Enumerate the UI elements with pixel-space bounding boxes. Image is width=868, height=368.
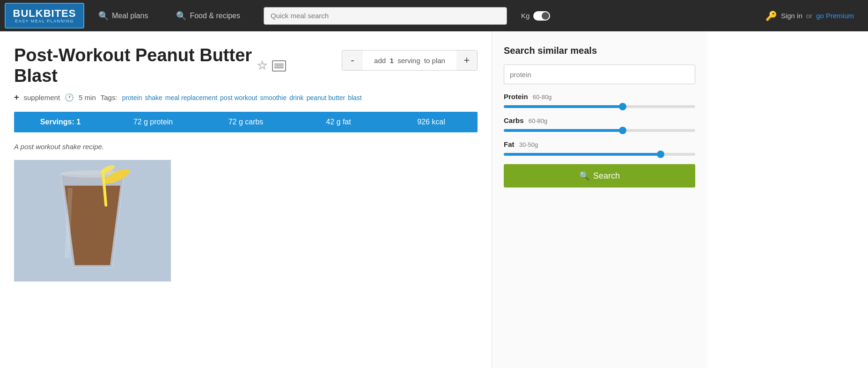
serving-minus-button[interactable]: - bbox=[342, 50, 363, 71]
unit-label: Kg bbox=[521, 12, 530, 20]
fat-range: 30-50g bbox=[519, 141, 538, 148]
meal-image-placeholder bbox=[14, 160, 171, 281]
fat-slider-fill bbox=[504, 153, 661, 156]
meal-title: Post-Workout Peanut Butter Blast ☆ bbox=[14, 45, 342, 86]
favorite-star-icon[interactable]: ☆ bbox=[257, 59, 267, 73]
nutrition-protein: 72 g protein bbox=[107, 118, 199, 126]
carbs-slider-fill bbox=[504, 129, 623, 132]
carbs-range: 60-80g bbox=[529, 117, 547, 124]
carbs-slider-track bbox=[504, 129, 695, 132]
tags-prefix: Tags: bbox=[101, 94, 118, 101]
smoothie-illustration bbox=[14, 160, 171, 281]
serving-control: - add 1 serving to plan + bbox=[342, 50, 478, 71]
search-icon-food: 🔍 bbox=[176, 11, 186, 21]
serving-plus-button[interactable]: + bbox=[456, 50, 477, 71]
unit-toggle-pill[interactable] bbox=[533, 11, 550, 21]
note-icon[interactable] bbox=[272, 60, 286, 72]
tag-post-workout[interactable]: post workout bbox=[220, 94, 257, 101]
key-icon: 🔑 bbox=[765, 10, 777, 22]
nutrition-kcal: 926 kcal bbox=[385, 118, 478, 126]
fat-slider-thumb[interactable] bbox=[657, 151, 664, 158]
quick-search-input[interactable] bbox=[264, 7, 507, 25]
similar-search-input[interactable] bbox=[504, 65, 695, 84]
or-text: or bbox=[806, 12, 812, 20]
sidebar-title: Search similar meals bbox=[504, 45, 695, 56]
nav-meal-plans[interactable]: 🔍 Meal plans bbox=[84, 0, 162, 31]
protein-slider-track bbox=[504, 105, 695, 108]
protein-filter-label: Protein 60-80g bbox=[504, 93, 695, 101]
nutrition-bar: Servings: 1 72 g protein 72 g carbs 42 g… bbox=[14, 112, 478, 132]
clock-icon: 🕐 bbox=[65, 93, 74, 102]
protein-filter: Protein 60-80g bbox=[504, 93, 695, 108]
tag-blast[interactable]: blast bbox=[348, 94, 362, 101]
meal-meta: + supplement 🕐 5 min Tags: protein shake… bbox=[14, 93, 478, 102]
logo[interactable]: BULKBITES EASY MEAL PLANNING bbox=[5, 3, 84, 29]
meal-description: A post workout shake recipe. bbox=[14, 143, 478, 151]
tag-protein[interactable]: protein bbox=[122, 94, 142, 101]
meal-title-text: Post-Workout Peanut Butter Blast bbox=[14, 45, 252, 86]
unit-toggle: Kg bbox=[521, 11, 550, 21]
time-label: 5 min bbox=[79, 94, 96, 101]
plus-supplement-icon: + bbox=[14, 93, 19, 102]
tag-shake[interactable]: shake bbox=[145, 94, 162, 101]
content-area: Post-Workout Peanut Butter Blast ☆ - add… bbox=[0, 31, 492, 368]
search-button-icon: 🔍 bbox=[579, 171, 589, 181]
fat-slider-track bbox=[504, 153, 695, 156]
sidebar: Search similar meals Protein 60-80g Carb… bbox=[492, 31, 707, 368]
nutrition-servings: Servings: 1 bbox=[14, 118, 107, 126]
protein-slider-fill bbox=[504, 105, 623, 108]
protein-slider-thumb[interactable] bbox=[619, 103, 626, 110]
navbar: BULKBITES EASY MEAL PLANNING 🔍 Meal plan… bbox=[0, 0, 868, 31]
sign-in-link[interactable]: Sign in bbox=[781, 12, 802, 20]
nutrition-fat: 42 g fat bbox=[292, 118, 385, 126]
tag-peanut-butter[interactable]: peanut butter bbox=[307, 94, 346, 101]
carbs-filter: Carbs 60-80g bbox=[504, 116, 695, 132]
nutrition-carbs: 72 g carbs bbox=[199, 118, 292, 126]
fat-filter: Fat 30-50g bbox=[504, 140, 695, 156]
supplement-label: supplement bbox=[24, 94, 60, 101]
fat-filter-label: Fat 30-50g bbox=[504, 140, 695, 148]
search-similar-button[interactable]: 🔍 Search bbox=[504, 164, 695, 188]
nav-right: 🔑 Sign in or go Premium bbox=[765, 10, 863, 22]
meal-plans-label: Meal plans bbox=[112, 12, 148, 20]
serving-label: add 1 serving to plan bbox=[363, 57, 456, 65]
tags-area: protein shake meal replacement post work… bbox=[122, 94, 362, 101]
tag-drink[interactable]: drink bbox=[289, 94, 303, 101]
logo-name: BULKBITES bbox=[13, 8, 76, 19]
food-recipes-label: Food & recipes bbox=[190, 12, 240, 20]
premium-link[interactable]: go Premium bbox=[816, 12, 854, 20]
logo-tagline: EASY MEAL PLANNING bbox=[15, 19, 74, 23]
search-icon-meal-plans: 🔍 bbox=[98, 11, 109, 21]
meal-image bbox=[14, 160, 171, 281]
tag-meal-replacement[interactable]: meal replacement bbox=[165, 94, 217, 101]
search-button-label: Search bbox=[593, 171, 620, 181]
main-layout: Post-Workout Peanut Butter Blast ☆ - add… bbox=[0, 31, 868, 368]
carbs-filter-label: Carbs 60-80g bbox=[504, 116, 695, 124]
protein-range: 60-80g bbox=[533, 94, 552, 101]
nav-food-recipes[interactable]: 🔍 Food & recipes bbox=[162, 0, 254, 31]
tag-smoothie[interactable]: smoothie bbox=[260, 94, 287, 101]
carbs-slider-thumb[interactable] bbox=[619, 127, 626, 134]
